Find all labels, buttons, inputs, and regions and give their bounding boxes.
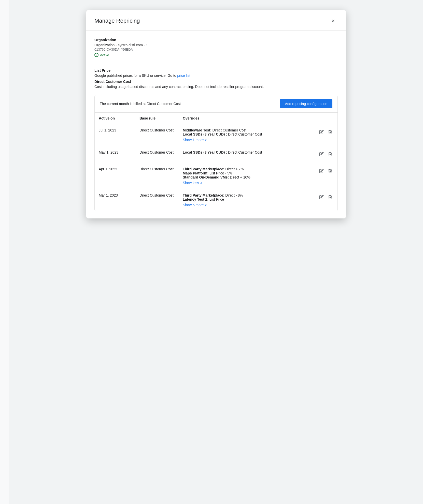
modal-header: Manage Repricing ×	[86, 10, 346, 31]
edit-button[interactable]	[318, 194, 325, 202]
edit-button[interactable]	[318, 151, 325, 159]
organization-id: 013760-CA30DA-456EDA	[94, 48, 338, 51]
override-entry: Third Party Marketplace: Direct + 7%	[183, 167, 310, 171]
direct-cost-description: Cost including usage based discounts and…	[94, 85, 338, 89]
direct-cost-label: Direct Customer Cost	[94, 80, 338, 84]
close-button[interactable]: ×	[329, 16, 338, 25]
cell-base-rule: Direct Customer Cost	[135, 146, 179, 163]
organization-label: Organization	[94, 38, 338, 42]
modal-body: Organization Organization - syntro-disti…	[86, 31, 346, 218]
price-list-link[interactable]: price list	[177, 73, 190, 78]
cell-base-rule: Direct Customer Cost	[135, 124, 179, 146]
table-header-row: Active on Base rule Overrides	[95, 113, 337, 124]
cell-active-on: May 1, 2023	[95, 146, 135, 163]
delete-button[interactable]	[327, 129, 333, 137]
modal-title: Manage Repricing	[94, 18, 140, 24]
action-buttons	[318, 167, 333, 175]
col-active-on: Active on	[95, 113, 135, 124]
delete-button[interactable]	[327, 194, 333, 202]
chevron-icon: ∨	[205, 138, 207, 142]
cell-overrides: Local SSDs (3 Year CUD) : Direct Custome…	[179, 146, 314, 163]
override-entry: Third Party Marketplace: Direct - 8%	[183, 193, 310, 197]
cell-actions	[314, 163, 337, 189]
organization-name: Organization - syntro-disti.com - 1	[94, 43, 338, 47]
cell-base-rule: Direct Customer Cost	[135, 163, 179, 189]
table-row: May 1, 2023Direct Customer CostLocal SSD…	[95, 146, 337, 163]
list-price-description: Google published prices for a SKU or ser…	[94, 73, 338, 78]
edit-button[interactable]	[318, 129, 325, 137]
override-entry: Latency Test 2: List Price	[183, 197, 310, 201]
edit-button[interactable]	[318, 168, 325, 175]
repricing-table: Active on Base rule Overrides Jul 1, 202…	[95, 112, 337, 211]
list-price-section: List Price Google published prices for a…	[94, 68, 338, 78]
table-row: Apr 1, 2023Direct Customer CostThird Par…	[95, 163, 337, 189]
organization-section: Organization Organization - syntro-disti…	[94, 38, 338, 57]
direct-customer-cost-section: Direct Customer Cost Cost including usag…	[94, 80, 338, 89]
col-overrides: Overrides	[179, 113, 314, 124]
delete-button[interactable]	[327, 151, 333, 159]
cell-overrides: Third Party Marketplace: Direct - 8%Late…	[179, 189, 314, 211]
page-wrapper: Manage Repricing × Organization Organiza…	[0, 0, 423, 504]
cell-base-rule: Direct Customer Cost	[135, 189, 179, 211]
cell-actions	[314, 189, 337, 211]
override-entry: Local SSDs (3 Year CUD) : Direct Custome…	[183, 132, 310, 136]
cell-actions	[314, 124, 337, 146]
active-label: Active	[100, 53, 109, 57]
billing-box: The current month is billed at Direct Cu…	[94, 95, 338, 211]
override-entry: Middleware Test: Direct Customer Cost	[183, 128, 310, 132]
table-row: Mar 1, 2023Direct Customer CostThird Par…	[95, 189, 337, 211]
show-more-button[interactable]: Show 1 more ∨	[183, 138, 207, 142]
add-repricing-config-button[interactable]: Add repricing configuration	[280, 99, 332, 108]
cell-active-on: Jul 1, 2023	[95, 124, 135, 146]
action-buttons	[318, 193, 333, 202]
divider-1	[94, 63, 338, 63]
billing-info-text: The current month is billed at Direct Cu…	[100, 102, 181, 106]
delete-button[interactable]	[327, 168, 333, 175]
chevron-icon: ∧	[200, 181, 202, 185]
modal: Manage Repricing × Organization Organiza…	[86, 10, 346, 218]
col-base-rule: Base rule	[135, 113, 179, 124]
show-more-button[interactable]: Show 5 more ∨	[183, 203, 207, 207]
col-actions	[314, 113, 337, 124]
sidebar	[0, 0, 9, 504]
cell-active-on: Apr 1, 2023	[95, 163, 135, 189]
billing-info-bar: The current month is billed at Direct Cu…	[95, 95, 337, 112]
cell-active-on: Mar 1, 2023	[95, 189, 135, 211]
override-entry: Maps Platform: List Price - 5%	[183, 171, 310, 175]
show-less-button[interactable]: Show less ∧	[183, 181, 202, 185]
override-entry: Local SSDs (3 Year CUD) : Direct Custome…	[183, 150, 310, 154]
action-buttons	[318, 150, 333, 159]
table-row: Jul 1, 2023Direct Customer CostMiddlewar…	[95, 124, 337, 146]
cell-overrides: Third Party Marketplace: Direct + 7%Maps…	[179, 163, 314, 189]
main-area: Manage Repricing × Organization Organiza…	[9, 0, 423, 504]
action-buttons	[318, 128, 333, 137]
cell-overrides: Middleware Test: Direct Customer CostLoc…	[179, 124, 314, 146]
override-entry: Standard On-Demand VMs: Direct + 10%	[183, 175, 310, 179]
list-price-label: List Price	[94, 68, 338, 72]
active-icon: ✓	[94, 53, 98, 57]
cell-actions	[314, 146, 337, 163]
chevron-icon: ∨	[205, 203, 207, 207]
active-badge: ✓ Active	[94, 53, 109, 57]
